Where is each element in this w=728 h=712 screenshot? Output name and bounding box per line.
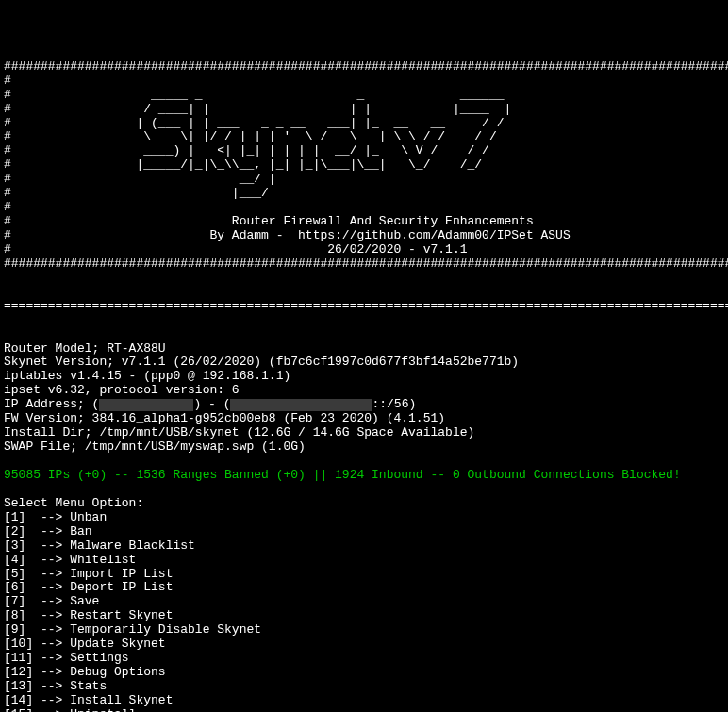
banner-ascii-3: # \___ \| |/ / | | | '_ \ / _ \ __| \ \ … [4, 129, 728, 143]
banner-ascii-0: # _____ _ _ ______ # [4, 88, 728, 102]
menu-item-6[interactable]: [6] --> Deport IP List [4, 580, 173, 594]
menu-item-10[interactable]: [10] --> Update Skynet [4, 637, 166, 651]
menu-item-7[interactable]: [7] --> Save [4, 594, 99, 608]
banner-ascii-7: # |___/ # [4, 186, 728, 200]
info-ip-address: IP Address; () - (::/56) [4, 397, 416, 411]
info-install-dir: Install Dir; /tmp/mnt/USB/skynet (12.6G … [4, 425, 474, 439]
status-line: 95085 IPs (+0) -- 1536 Ranges Banned (+0… [4, 468, 681, 482]
menu-item-4[interactable]: [4] --> Whitelist [4, 553, 136, 567]
banner-ascii-8: # # [4, 200, 728, 214]
ip-mid: ) - ( [193, 397, 230, 411]
ip-prefix: IP Address; ( [4, 397, 99, 411]
menu-item-2[interactable]: [2] --> Ban [4, 524, 92, 538]
redacted-ip-1 [99, 399, 193, 411]
info-swap-file: SWAP File; /tmp/mnt/USB/myswap.swp (1.0G… [4, 439, 306, 454]
redacted-ip-2 [230, 399, 372, 411]
banner-side: # # [4, 74, 728, 88]
menu-item-1[interactable]: [1] --> Unban [4, 510, 107, 524]
banner-border-bottom: ########################################… [4, 257, 728, 271]
menu-item-12[interactable]: [12] --> Debug Options [4, 665, 166, 679]
banner-ascii-1: # / ____| | | | |____ | # [4, 102, 728, 116]
menu-item-8[interactable]: [8] --> Restart Skynet [4, 608, 173, 622]
menu-item-5[interactable]: [5] --> Import IP List [4, 567, 173, 581]
banner-ascii-5: # |_____/|_|\_\\__, |_| |_|\___|\__| \_/… [4, 157, 728, 172]
menu-item-3[interactable]: [3] --> Malware Blacklist [4, 538, 195, 553]
banner-ascii-2: # | (___ | | ___ _ _ __ ___| |_ __ __ / … [4, 116, 728, 130]
menu-item-14[interactable]: [14] --> Install Skynet [4, 693, 173, 707]
banner-subtitle-1: # Router Firewall And Security Enhanceme… [4, 214, 728, 228]
info-router-model: Router Model; RT-AX88U [4, 341, 166, 356]
menu-item-13[interactable]: [13] --> Stats [4, 679, 107, 693]
banner-ascii-4: # ____) | <| |_| | | | | __/ |_ \ V / / … [4, 143, 728, 157]
menu-item-9[interactable]: [9] --> Temporarily Disable Skynet [4, 622, 261, 637]
info-skynet-version: Skynet Version; v7.1.1 (26/02/2020) (fb7… [4, 355, 519, 369]
menu-header: Select Menu Option: [4, 496, 143, 510]
banner-subtitle-2: # By Adamm - https://github.com/Adamm00/… [4, 228, 728, 242]
info-iptables: iptables v1.4.15 - (ppp0 @ 192.168.1.1) [4, 369, 290, 383]
info-ipset: ipset v6.32, protocol version: 6 [4, 383, 240, 397]
banner-border-top: ########################################… [4, 59, 728, 74]
info-fw-version: FW Version; 384.16_alpha1-g952cb00eb8 (F… [4, 411, 445, 425]
banner-ascii-6: # __/ | # [4, 172, 728, 186]
divider: ========================================… [4, 299, 728, 313]
terminal-output: ########################################… [4, 60, 724, 712]
menu-item-11[interactable]: [11] --> Settings [4, 651, 129, 665]
menu-item-15[interactable]: [15] --> Uninstall [4, 707, 136, 712]
ip-suffix: ::/56) [372, 397, 416, 411]
banner-subtitle-3: # 26/02/2020 - v7.1.1 # [4, 242, 728, 257]
